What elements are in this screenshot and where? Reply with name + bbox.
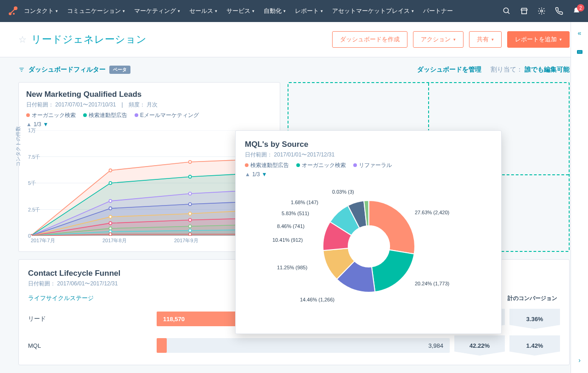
svg-point-54 (580, 52, 581, 53)
svg-point-28 (109, 207, 112, 210)
collapse-icon[interactable]: « (578, 29, 582, 37)
svg-point-29 (189, 203, 192, 206)
donut-chart: 27.63% (2,420) 20.24% (1,773) 14.46% (1,… (245, 182, 493, 324)
beta-badge: ベータ (109, 66, 130, 74)
svg-point-32 (109, 215, 112, 218)
nav-sales[interactable]: セールス▾ (189, 7, 217, 15)
marketplace-icon[interactable] (520, 7, 528, 15)
svg-point-21 (189, 175, 192, 178)
assign-label: 割り当て： (491, 66, 523, 73)
bell-icon[interactable]: 2 (572, 7, 581, 15)
chart-legend: 検索連動型広告 オーガニック検索 リファーラル (245, 161, 492, 169)
page-title: リードジェネレーション (31, 33, 147, 46)
gear-icon[interactable] (537, 7, 546, 15)
create-dashboard-button[interactable]: ダッシュボードを作成 (332, 31, 407, 48)
svg-line-2 (11, 9, 15, 13)
nav-icons: 2 (503, 7, 581, 15)
notification-badge: 2 (577, 4, 584, 11)
legend-pager: ▲1/3▼ (245, 171, 492, 178)
svg-point-6 (541, 10, 543, 12)
y-axis-label: コンタクトの件数 (15, 126, 22, 167)
svg-point-48 (109, 233, 112, 236)
svg-point-36 (109, 222, 112, 225)
page-header: ☆ リードジェネレーション ダッシュボードを作成 アクション▾ 共有▾ レポート… (0, 22, 588, 57)
funnel-bar: 3,984 (157, 335, 450, 356)
card-meta: 日付範囲： 2017/01/01〜2017/12/31 (245, 151, 492, 159)
funnel-row: MQL 3,984 42.22% 1.42% (28, 335, 560, 356)
card-title: New Marketing Qualified Leads (26, 90, 272, 99)
add-report-button[interactable]: レポートを追加▾ (507, 31, 570, 48)
stage-name: リード (28, 315, 157, 323)
phone-icon[interactable] (555, 7, 563, 15)
top-nav: コンタクト▾ コミュニケーション▾ マーケティング▾ セールス▾ サービス▾ 自… (0, 0, 588, 22)
nav-contacts[interactable]: コンタクト▾ (24, 7, 58, 15)
filter-icon (18, 67, 25, 73)
chevron-down-icon: ▾ (453, 37, 456, 42)
svg-point-53 (579, 52, 580, 53)
nav-reports[interactable]: レポート▾ (295, 7, 323, 15)
svg-point-40 (109, 227, 112, 230)
actions-dropdown[interactable]: アクション▾ (413, 31, 464, 48)
manage-dashboards-link[interactable]: ダッシュボードを管理 (417, 66, 481, 74)
legend-pager: ▲1/3▼ (26, 121, 272, 128)
svg-point-49 (189, 233, 192, 236)
nav-partner[interactable]: パートナー (423, 7, 453, 15)
conv-total: 3.36% (509, 309, 560, 329)
chevron-down-icon: ▾ (56, 9, 58, 13)
svg-point-37 (189, 218, 192, 222)
side-rail: « › (571, 22, 588, 373)
share-dropdown[interactable]: 共有▾ (469, 31, 502, 48)
svg-point-16 (109, 169, 112, 172)
line-chart: コンタクトの件数 0 2.5千 5千 7.5千 1万 2017年7月 2017年… (31, 130, 270, 236)
filter-bar: ダッシュボードフィルター ベータ ダッシュボードを管理 割り当て： 誰でも編集可… (0, 57, 588, 82)
svg-point-24 (109, 200, 112, 203)
conv-total: 1.42% (509, 335, 560, 356)
conv-next: 42.22% (454, 335, 505, 356)
stage-name: MQL (28, 342, 157, 349)
svg-point-3 (13, 13, 15, 15)
pager-next[interactable]: ▼ (262, 171, 267, 178)
svg-line-5 (508, 12, 509, 14)
expand-icon[interactable]: › (578, 356, 581, 364)
svg-point-45 (189, 229, 192, 232)
nav-marketing[interactable]: マーケティング▾ (134, 7, 180, 15)
search-icon[interactable] (503, 7, 511, 15)
mql-donut-card[interactable]: MQL's by Source 日付範囲： 2017/01/01〜2017/12… (235, 130, 502, 334)
svg-point-41 (189, 225, 192, 228)
nav-marketplace[interactable]: アセットマーケットプレイス▾ (332, 7, 414, 15)
assign-value-link[interactable]: 誰でも編集可能 (525, 66, 570, 73)
svg-point-17 (189, 161, 192, 164)
svg-point-20 (109, 182, 112, 185)
card-meta: 日付範囲： 2017/07/01〜2017/10/31 | 頻度： 月次 (26, 101, 272, 109)
svg-point-52 (578, 52, 579, 53)
nav-service[interactable]: サービス▾ (226, 7, 254, 15)
card-title: MQL's by Source (245, 140, 492, 149)
nav-items: コンタクト▾ コミュニケーション▾ マーケティング▾ セールス▾ サービス▾ 自… (24, 7, 495, 15)
svg-point-33 (189, 212, 192, 215)
favorite-star-icon[interactable]: ☆ (18, 34, 27, 45)
pager-next[interactable]: ▼ (43, 121, 49, 128)
dashboard-filter-link[interactable]: ダッシュボードフィルター ベータ (18, 66, 130, 74)
chart-legend: オーガニック検索 検索連動型広告 Eメールマーケティング (26, 111, 272, 119)
comment-icon[interactable] (576, 49, 583, 57)
pager-prev[interactable]: ▲ (245, 171, 250, 178)
svg-point-25 (189, 192, 192, 195)
hubspot-logo (7, 6, 18, 17)
nav-communications[interactable]: コミュニケーション▾ (67, 7, 125, 15)
svg-point-4 (503, 8, 509, 13)
nav-automation[interactable]: 自動化▾ (264, 7, 286, 15)
svg-point-47 (31, 234, 32, 236)
